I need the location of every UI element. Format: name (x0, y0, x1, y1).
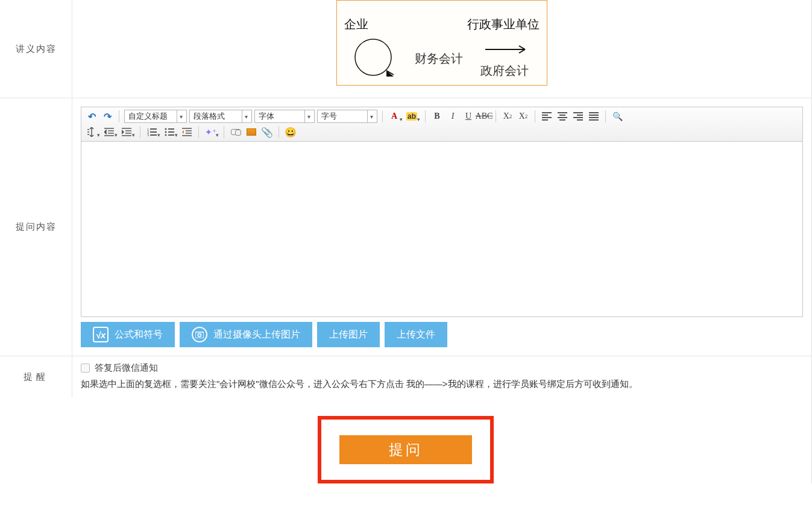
font-family-select[interactable]: 字体▾ (254, 110, 315, 123)
undo-button[interactable]: ↶ (85, 110, 98, 123)
attachment-button[interactable]: 📎 (260, 125, 274, 139)
lecture-text-gov-unit: 行政事业单位 (467, 16, 540, 33)
italic-button[interactable]: I (446, 110, 459, 123)
font-size-select[interactable]: 字号▾ (317, 110, 377, 123)
submit-highlight-frame: 提问 (318, 416, 494, 483)
subscript-button[interactable]: X2 (517, 110, 530, 123)
camera-upload-button[interactable]: 通过摄像头上传图片 (180, 322, 312, 347)
magic-format-button[interactable]: ✦⁺ (204, 125, 217, 139)
align-right-button[interactable] (571, 110, 585, 123)
svg-point-10 (198, 334, 201, 337)
insert-image-button[interactable] (245, 125, 258, 139)
wechat-notify-label: 答复后微信通知 (95, 362, 158, 374)
insert-link-button[interactable] (229, 125, 242, 139)
upload-file-button[interactable]: 上传文件 (385, 322, 447, 347)
find-replace-button[interactable]: 🔍 (611, 110, 624, 123)
question-content-label: 提问内容 (0, 98, 72, 356)
svg-point-0 (355, 39, 391, 75)
rich-text-editor: ↶ ↷ 自定义标题▾ 段落格式▾ 字体▾ 字号▾ A▾ ab▾ B I U (81, 107, 803, 317)
lecture-diagram: · 企业 行政事业单位 财务会计 (336, 0, 547, 86)
camera-icon (192, 327, 207, 342)
underline-button[interactable]: U (462, 110, 475, 123)
custom-title-select[interactable]: 自定义标题▾ (124, 110, 187, 123)
emoji-button[interactable]: 😀 (284, 125, 297, 139)
svg-point-7 (165, 131, 167, 133)
editor-toolbar: ↶ ↷ 自定义标题▾ 段落格式▾ 字体▾ 字号▾ A▾ ab▾ B I U (81, 107, 802, 142)
indent-right-button[interactable] (120, 125, 133, 139)
circle-arrow-icon (350, 37, 398, 80)
reminder-help-text: 如果选中上面的复选框，需要关注"会计网校"微信公众号，进入公众号右下方点击 我的… (81, 376, 803, 392)
upload-image-button[interactable]: 上传图片 (317, 322, 380, 347)
svg-point-8 (165, 134, 167, 136)
svg-rect-9 (195, 332, 204, 338)
lecture-text-financial: 财务会计 (415, 51, 463, 67)
outdent-button[interactable] (180, 125, 194, 139)
highlight-color-button[interactable]: ab (405, 110, 418, 123)
align-center-button[interactable] (556, 110, 569, 123)
indent-left-button[interactable] (102, 125, 116, 139)
align-left-button[interactable] (540, 110, 553, 123)
paragraph-format-select[interactable]: 段落格式▾ (189, 110, 252, 123)
formula-icon: √x (93, 327, 109, 342)
submit-question-button[interactable]: 提问 (339, 435, 472, 464)
reminder-label: 提醒 (0, 356, 72, 398)
wechat-notify-checkbox[interactable] (81, 364, 90, 373)
lecture-text-gov-accounting: 政府会计 (480, 64, 529, 77)
ordered-list-button[interactable]: 123 (145, 125, 159, 139)
font-color-button[interactable]: A (388, 110, 401, 123)
svg-text:3: 3 (147, 134, 149, 136)
superscript-button[interactable]: X2 (501, 110, 514, 123)
align-justify-button[interactable] (587, 110, 600, 123)
svg-point-6 (165, 128, 167, 130)
redo-button[interactable]: ↷ (101, 110, 114, 123)
lecture-content-label: 讲义内容 (0, 0, 72, 98)
editor-textarea[interactable] (81, 142, 802, 316)
formula-button[interactable]: √x 公式和符号 (81, 322, 175, 347)
strikethrough-button[interactable]: ABC (477, 110, 491, 123)
lecture-text-enterprise: 企业 (344, 16, 368, 33)
line-height-button[interactable] (85, 125, 98, 139)
bold-button[interactable]: B (430, 110, 444, 123)
unordered-list-button[interactable] (163, 125, 176, 139)
